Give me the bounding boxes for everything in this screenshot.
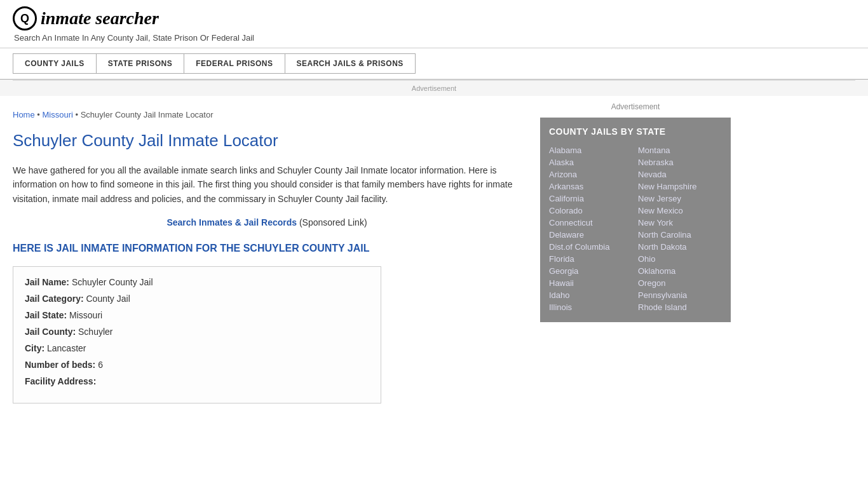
state-item-alaska[interactable]: Alaska [549, 156, 633, 168]
nav-federal-prisons[interactable]: FEDERAL PRISONS [184, 53, 284, 74]
state-item-dist.of-columbia[interactable]: Dist.of Columbia [549, 241, 633, 253]
state-item-ohio[interactable]: Ohio [638, 253, 722, 265]
state-item-nevada[interactable]: Nevada [638, 168, 722, 180]
breadcrumb-state[interactable]: Missouri [42, 110, 72, 119]
state-item-colorado[interactable]: Colorado [549, 205, 633, 217]
state-item-florida[interactable]: Florida [549, 253, 633, 265]
jail-beds-row: Number of beds: 6 [25, 360, 369, 370]
breadcrumb-home[interactable]: Home [13, 110, 35, 119]
page-title: Schuyler County Jail Inmate Locator [13, 131, 521, 153]
jail-name-val: Schuyler County Jail [72, 277, 153, 287]
state-item-delaware[interactable]: Delaware [549, 229, 633, 241]
jail-beds-label: Number of beds: [25, 360, 95, 370]
jail-beds-val: 6 [98, 360, 103, 370]
county-jails-by-state-title: COUNTY JAILS BY STATE [549, 126, 722, 137]
sponsored-link-area: Search Inmates & Jail Records (Sponsored… [13, 217, 521, 227]
jail-city-row: City: Lancaster [25, 343, 369, 353]
top-ad-label: Advertisement [412, 85, 456, 92]
jail-address-row: Facility Address: [25, 376, 369, 386]
jail-category-val: County Jail [86, 294, 130, 304]
state-item-idaho[interactable]: Idaho [549, 289, 633, 301]
state-item-arkansas[interactable]: Arkansas [549, 180, 633, 193]
state-item-north-carolina[interactable]: North Carolina [638, 229, 722, 241]
state-item-alabama[interactable]: Alabama [549, 144, 633, 156]
breadcrumb-sep2: • [76, 110, 81, 119]
state-item-new-jersey[interactable]: New Jersey [638, 193, 722, 205]
state-item-montana[interactable]: Montana [638, 144, 722, 156]
jail-city-label: City: [25, 343, 44, 353]
state-item-pennsylvania[interactable]: Pennsylvania [638, 289, 722, 301]
jail-state-label: Jail State: [25, 310, 67, 320]
breadcrumb: Home • Missouri • Schuyler County Jail I… [13, 110, 521, 119]
nav-bar: COUNTY JAILS STATE PRISONS FEDERAL PRISO… [0, 48, 868, 80]
main-content: Home • Missouri • Schuyler County Jail I… [13, 96, 534, 416]
jail-county-label: Jail County: [25, 327, 76, 337]
nav-state-prisons[interactable]: STATE PRISONS [96, 53, 184, 74]
state-item-arizona[interactable]: Arizona [549, 168, 633, 180]
state-item-north-dakota[interactable]: North Dakota [638, 241, 722, 253]
jail-name-row: Jail Name: Schuyler County Jail [25, 277, 369, 287]
sponsored-link[interactable]: Search Inmates & Jail Records [166, 217, 297, 227]
sidebar-advertisement: Advertisement [540, 102, 731, 111]
states-right-col: MontanaNebraskaNevadaNew HampshireNew Je… [638, 144, 722, 313]
sidebar: Advertisement COUNTY JAILS BY STATE Alab… [534, 96, 731, 416]
description: We have gathered for you all the availab… [13, 163, 521, 206]
state-item-oregon[interactable]: Oregon [638, 277, 722, 289]
jail-state-val: Missouri [69, 310, 102, 320]
state-item-rhode-island[interactable]: Rhode Island [638, 301, 722, 313]
state-item-connecticut[interactable]: Connecticut [549, 217, 633, 229]
info-box: Jail Name: Schuyler County Jail Jail Cat… [13, 266, 381, 403]
top-advertisement: Advertisement [0, 81, 868, 96]
state-item-new-york[interactable]: New York [638, 217, 722, 229]
logo-area: Q inmate searcher [13, 6, 855, 30]
state-item-hawaii[interactable]: Hawaii [549, 277, 633, 289]
nav-county-jails[interactable]: COUNTY JAILS [13, 53, 96, 74]
jail-city-val: Lancaster [47, 343, 86, 353]
states-grid: AlabamaAlaskaArizonaArkansasCaliforniaCo… [549, 144, 722, 313]
subheading: HERE IS JAIL INMATE INFORMATION FOR THE … [13, 241, 521, 255]
jail-county-row: Jail County: Schuyler [25, 327, 369, 337]
state-item-nebraska[interactable]: Nebraska [638, 156, 722, 168]
state-item-new-mexico[interactable]: New Mexico [638, 205, 722, 217]
logo-text: inmate searcher [41, 8, 159, 29]
state-item-california[interactable]: California [549, 193, 633, 205]
content-area: Home • Missouri • Schuyler County Jail I… [0, 96, 868, 416]
nav-search-jails[interactable]: SEARCH JAILS & PRISONS [285, 53, 416, 74]
breadcrumb-current: Schuyler County Jail Inmate Locator [81, 110, 214, 119]
header: Q inmate searcher Search An Inmate In An… [0, 0, 868, 48]
jail-category-row: Jail Category: County Jail [25, 294, 369, 304]
tagline: Search An Inmate In Any County Jail, Sta… [14, 33, 855, 43]
state-item-georgia[interactable]: Georgia [549, 265, 633, 277]
sponsored-suffix: (Sponsored Link) [299, 217, 367, 227]
jail-name-label: Jail Name: [25, 277, 69, 287]
logo-icon: Q [13, 6, 37, 30]
state-item-oklahoma[interactable]: Oklahoma [638, 265, 722, 277]
jail-state-row: Jail State: Missouri [25, 310, 369, 320]
state-item-new-hampshire[interactable]: New Hampshire [638, 180, 722, 193]
county-jails-by-state-box: COUNTY JAILS BY STATE AlabamaAlaskaArizo… [540, 118, 731, 322]
jail-category-label: Jail Category: [25, 294, 84, 304]
jail-address-label: Facility Address: [25, 376, 96, 386]
state-item-illinois[interactable]: Illinois [549, 301, 633, 313]
jail-county-val: Schuyler [78, 327, 112, 337]
states-left-col: AlabamaAlaskaArizonaArkansasCaliforniaCo… [549, 144, 633, 313]
